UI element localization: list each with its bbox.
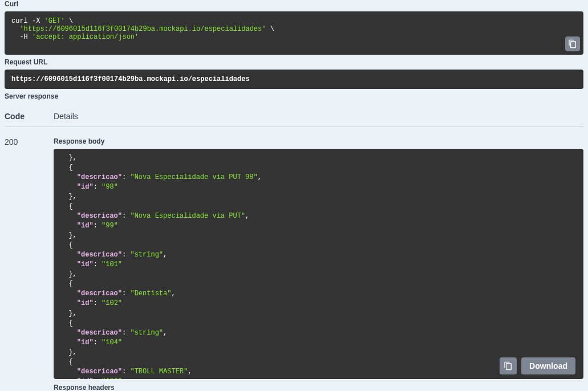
curl-indent2: -H: [11, 33, 32, 41]
details-column: Response body }, { "descricao": "Nova Es…: [54, 137, 583, 391]
response-footer: Download: [500, 357, 575, 374]
code-column-header: Code: [5, 112, 54, 121]
curl-bs2: \: [266, 25, 274, 33]
curl-method: 'GET': [44, 17, 65, 25]
details-column-header: Details: [54, 112, 583, 121]
response-table-header: Code Details: [5, 104, 583, 127]
curl-bs1: \: [65, 17, 73, 25]
copy-curl-button[interactable]: [565, 36, 580, 51]
response-table-row: 200 Response body }, { "descricao": "Nov…: [5, 127, 583, 391]
curl-url: 'https://6096015d116f3f00174b29ba.mockap…: [19, 25, 266, 33]
clipboard-icon: [504, 361, 513, 370]
curl-prefix: curl -X: [11, 17, 44, 25]
server-response-heading: Server response: [5, 92, 583, 100]
response-body-label: Response body: [54, 137, 583, 145]
download-button[interactable]: Download: [521, 357, 575, 374]
status-code: 200: [5, 137, 54, 391]
response-body-pre[interactable]: }, { "descricao": "Nova Especialidade vi…: [54, 149, 583, 379]
request-url-block: https://6096015d116f3f00174b29ba.mockapi…: [5, 70, 583, 89]
response-headers-label: Response headers: [54, 384, 583, 391]
response-body-container: }, { "descricao": "Nova Especialidade vi…: [54, 149, 583, 379]
curl-indent1: [11, 25, 19, 33]
clipboard-icon: [568, 39, 577, 48]
curl-code-block: curl -X 'GET' \ 'https://6096015d116f3f0…: [5, 11, 583, 55]
curl-header: 'accept: application/json': [32, 33, 139, 41]
request-url-heading: Request URL: [5, 58, 583, 66]
copy-response-button[interactable]: [500, 357, 517, 374]
curl-heading: Curl: [5, 0, 583, 8]
